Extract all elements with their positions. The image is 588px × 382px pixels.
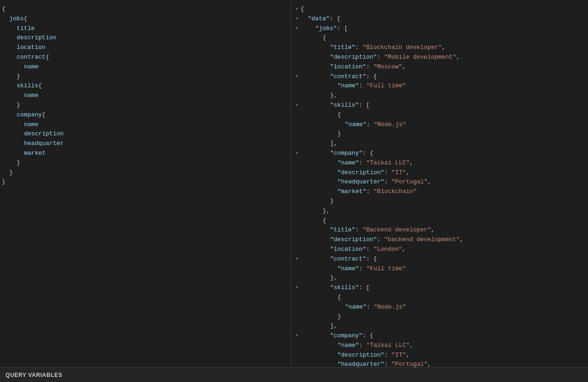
right-line: ], (291, 321, 588, 331)
collapse-arrow-icon[interactable]: ▼ (293, 14, 300, 24)
right-line: "headquarter": "Portugal", (291, 177, 588, 187)
right-line: ▼"contract": { (291, 72, 588, 82)
right-line: "headquarter": "Portugal", (291, 360, 588, 367)
left-line: name (0, 91, 291, 101)
collapse-arrow-icon[interactable]: ▼ (293, 283, 300, 292)
left-line: } (0, 101, 291, 110)
left-line: headquarter (0, 139, 291, 149)
collapse-arrow-icon[interactable]: ▼ (293, 331, 300, 340)
right-line: "title": "Blockchain developer", (291, 43, 588, 53)
left-line: description (0, 33, 291, 43)
left-line: } (0, 72, 291, 82)
right-line: } (291, 129, 588, 139)
right-line: "name": "Full time" (291, 81, 588, 91)
query-variables-label: QUERY VARIABLES (6, 372, 62, 378)
right-line: "location": "Moscow", (291, 62, 588, 72)
right-line: ▼"skills": [ (291, 101, 588, 110)
right-line: "name": "Taikai LLC", (291, 341, 588, 351)
right-line: "description": "IT", (291, 351, 588, 360)
right-panel: ▼{▼"data": {▼"jobs": [{"title": "Blockch… (291, 0, 588, 367)
right-line: "market": "Blockchain" (291, 187, 588, 197)
right-line: ], (291, 139, 588, 149)
right-line: { (291, 293, 588, 303)
left-line: jobs{ (0, 14, 291, 24)
left-line: contract{ (0, 53, 291, 62)
left-panel: {jobs{titledescriptionlocationcontract{n… (0, 0, 291, 367)
right-line: "description": "backend development", (291, 235, 588, 245)
right-line: } (291, 197, 588, 206)
right-line: "name": "Node.js" (291, 303, 588, 312)
right-line: { (291, 216, 588, 226)
left-line: description (0, 129, 291, 139)
left-line: name (0, 62, 291, 72)
left-line: market (0, 149, 291, 158)
right-line: ▼{ (291, 5, 588, 14)
collapse-arrow-icon[interactable]: ▼ (293, 72, 300, 81)
right-line: }, (291, 91, 588, 101)
right-line: "name": "Node.js" (291, 120, 588, 130)
right-line: ▼"company": { (291, 331, 588, 341)
right-line: }, (291, 273, 588, 283)
right-line: }, (291, 206, 588, 216)
left-line: name (0, 120, 291, 130)
right-line: "title": "Backend developer", (291, 225, 588, 235)
right-line: "description": "IT", (291, 168, 588, 178)
right-line: ▼"skills": [ (291, 283, 588, 293)
right-line: ▼"contract": { (291, 255, 588, 264)
collapse-arrow-icon[interactable]: ▼ (293, 255, 300, 264)
bottom-bar: QUERY VARIABLES (0, 367, 588, 382)
right-line: "name": "Taikai LLC", (291, 158, 588, 168)
right-line: ▼"data": { (291, 14, 588, 24)
left-line: location (0, 43, 291, 53)
right-line: "name": "Full time" (291, 264, 588, 274)
main-area: {jobs{titledescriptionlocationcontract{n… (0, 0, 588, 367)
left-line: skills{ (0, 81, 291, 91)
right-line: { (291, 110, 588, 120)
right-line: ▼"jobs": [ (291, 24, 588, 34)
left-line: { (0, 5, 291, 14)
left-line: } (0, 158, 291, 168)
collapse-arrow-icon[interactable]: ▼ (293, 149, 300, 158)
left-line: company{ (0, 110, 291, 120)
left-line: title (0, 24, 291, 34)
right-line: { (291, 33, 588, 43)
left-line: } (0, 177, 291, 187)
collapse-arrow-icon[interactable]: ▼ (293, 24, 300, 33)
right-line: ▼"company": { (291, 149, 588, 158)
right-line: } (291, 312, 588, 322)
right-line: "description": "Mobile development", (291, 53, 588, 62)
collapse-arrow-icon[interactable]: ▼ (293, 101, 300, 110)
right-line: "location": "London", (291, 245, 588, 255)
collapse-arrow-icon[interactable]: ▼ (293, 5, 300, 14)
left-line: } (0, 168, 291, 178)
